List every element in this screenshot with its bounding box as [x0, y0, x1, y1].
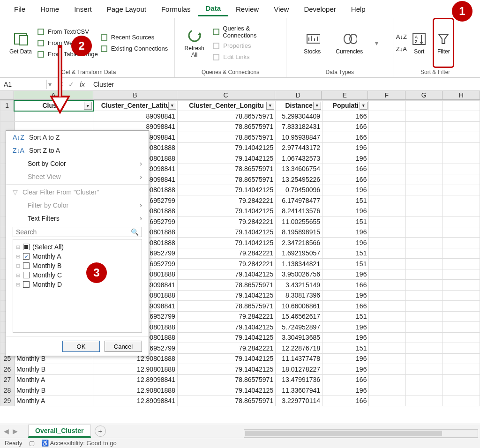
formula-input[interactable]: Cluster — [90, 80, 480, 89]
cell[interactable]: 79.14042125 — [177, 153, 275, 164]
cell[interactable]: 1.067432573 — [276, 153, 322, 164]
cell[interactable]: 196 — [322, 332, 369, 343]
cell[interactable]: 78.86575971 — [177, 280, 275, 291]
cell[interactable]: 196 — [322, 385, 369, 396]
cell[interactable] — [369, 217, 406, 227]
menu-tab-page-layout[interactable]: Page Layout — [99, 2, 154, 16]
cell[interactable] — [406, 206, 443, 217]
table-header[interactable]: Cluster_Center_Longitu▾ — [177, 100, 275, 111]
cell[interactable] — [369, 396, 406, 406]
row-header[interactable]: 1 — [0, 100, 15, 111]
cell[interactable] — [369, 164, 406, 174]
cell[interactable] — [369, 132, 406, 143]
cell[interactable] — [369, 142, 406, 153]
cell[interactable]: 79.14042125 — [177, 332, 275, 343]
cell[interactable]: 166 — [322, 164, 369, 174]
sort-az-item[interactable]: A↓ZSort A to Z — [6, 131, 149, 144]
cell[interactable]: 79.2842221 — [177, 343, 275, 354]
cell[interactable]: 78.86575971 — [177, 374, 275, 385]
cell[interactable]: 196 — [322, 322, 369, 333]
cell[interactable]: 15.46562617 — [276, 311, 322, 322]
cell[interactable] — [443, 332, 480, 343]
cell[interactable] — [369, 311, 406, 322]
cell[interactable]: 151 — [322, 248, 369, 259]
cell[interactable] — [369, 385, 406, 396]
cell[interactable]: 166 — [322, 111, 369, 122]
cell[interactable]: 196 — [322, 364, 369, 375]
cell[interactable]: 89098841 — [93, 111, 178, 122]
cell[interactable]: 79.2842221 — [177, 248, 275, 259]
new-sheet-button[interactable]: + — [95, 426, 106, 437]
filter-check-item[interactable]: ⊟✓Monthly A — [16, 252, 139, 261]
filter-toggle-icon[interactable]: ▾ — [84, 102, 92, 110]
cell[interactable]: 79.14042125 — [177, 385, 275, 396]
cell[interactable] — [406, 142, 443, 153]
macro-record-icon[interactable]: ▢ — [29, 440, 35, 447]
cell[interactable] — [369, 174, 406, 185]
cell[interactable] — [406, 332, 443, 343]
cell[interactable] — [406, 238, 443, 248]
cell[interactable] — [443, 290, 480, 301]
sort-button[interactable]: AZ Sort — [408, 18, 430, 68]
cell[interactable]: 8.30817396 — [276, 290, 322, 301]
cell[interactable] — [369, 290, 406, 301]
cell[interactable] — [369, 206, 406, 217]
cell[interactable] — [443, 121, 480, 132]
cell[interactable] — [406, 290, 443, 301]
cell[interactable] — [406, 195, 443, 206]
sort-za-item[interactable]: Z↓ASort Z to A — [6, 144, 149, 157]
filter-check-item[interactable]: ⊟Monthly C — [16, 270, 139, 280]
cell[interactable] — [406, 353, 443, 364]
cell[interactable] — [443, 142, 480, 153]
cell[interactable] — [369, 259, 406, 269]
cell[interactable]: Monthly A — [14, 396, 93, 406]
cell[interactable]: 1.138344821 — [276, 259, 322, 269]
cell[interactable]: 79.2842221 — [177, 311, 275, 322]
row-header[interactable]: 28 — [0, 385, 15, 396]
filter-check-item[interactable]: ⊟Monthly D — [16, 280, 139, 289]
filter-toggle-icon[interactable]: ▾ — [360, 102, 368, 110]
cell[interactable]: 151 — [322, 195, 369, 206]
cell[interactable]: 166 — [322, 374, 369, 385]
ribbon-item[interactable]: From Text/CSV — [37, 28, 98, 36]
cell[interactable]: 151 — [322, 217, 369, 227]
cell[interactable]: 78.86575971 — [177, 132, 275, 143]
cell[interactable] — [369, 332, 406, 343]
cell[interactable]: 12.90801888 — [93, 385, 178, 396]
cell[interactable]: 12.90801888 — [93, 364, 178, 375]
cell[interactable] — [443, 322, 480, 333]
cell[interactable]: 79.14042125 — [177, 290, 275, 301]
cell[interactable]: 78.86575971 — [177, 111, 275, 122]
cell[interactable]: 78.86575971 — [177, 164, 275, 174]
horizontal-scrollbar[interactable] — [244, 429, 478, 438]
cell[interactable] — [406, 322, 443, 333]
filter-toggle-icon[interactable]: ▾ — [266, 102, 274, 110]
cell[interactable] — [443, 238, 480, 248]
cell[interactable]: 166 — [322, 396, 369, 406]
cell[interactable] — [443, 206, 480, 217]
table-header[interactable]: Populati▾ — [322, 100, 369, 111]
cell[interactable] — [406, 174, 443, 185]
cell[interactable] — [406, 217, 443, 227]
cell[interactable]: 2.347218566 — [276, 238, 322, 248]
cell[interactable]: 79.14042125 — [177, 142, 275, 153]
cell[interactable] — [443, 248, 480, 259]
cell[interactable] — [406, 121, 443, 132]
table-header[interactable] — [369, 100, 406, 111]
cell[interactable] — [443, 185, 480, 195]
cell[interactable]: 5.299304409 — [276, 111, 322, 122]
cell[interactable]: 78.86575971 — [177, 174, 275, 185]
sort-az-button[interactable]: A↓Z — [397, 33, 405, 41]
cell[interactable]: 2.977443172 — [276, 142, 322, 153]
row-header[interactable]: 27 — [0, 374, 15, 385]
cell[interactable] — [406, 343, 443, 354]
cell[interactable] — [406, 385, 443, 396]
cell[interactable]: 79.14042125 — [177, 364, 275, 375]
cell[interactable]: 12.22876718 — [276, 343, 322, 354]
cell[interactable]: Monthly B — [14, 385, 93, 396]
cell[interactable] — [369, 269, 406, 280]
menu-tab-review[interactable]: Review — [228, 2, 266, 16]
cell[interactable]: 10.66006861 — [276, 301, 322, 312]
tab-prev-icon[interactable]: ◀ — [4, 427, 9, 435]
sort-za-button[interactable]: Z↓A — [397, 45, 405, 53]
